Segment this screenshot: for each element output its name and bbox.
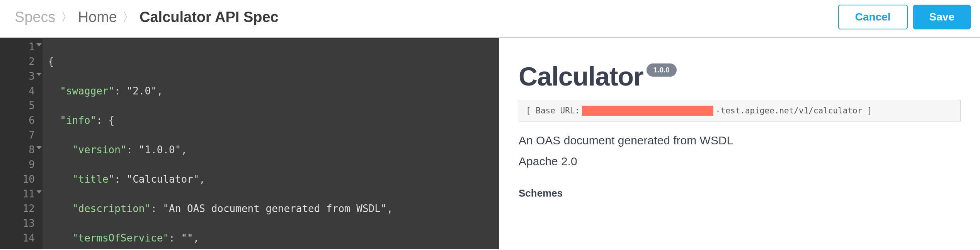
line-number: 8 [8, 142, 35, 157]
line-number: 14 [8, 231, 35, 245]
breadcrumb-current: Calculator API Spec [140, 9, 279, 26]
line-number: 13 [8, 216, 35, 231]
line-number: 9 [8, 157, 35, 172]
chevron-right-icon: 〉 [61, 9, 73, 25]
line-number: 7 [8, 128, 35, 142]
fold-icon[interactable] [36, 190, 42, 193]
save-button[interactable]: Save [913, 5, 971, 29]
line-number: 6 [8, 113, 35, 128]
api-title-row: Calculator 1.0.0 [519, 61, 961, 91]
line-number: 12 [8, 201, 35, 216]
line-number: 4 [8, 84, 35, 98]
version-badge: 1.0.0 [647, 63, 677, 77]
fold-icon[interactable] [36, 43, 42, 46]
breadcrumb: Specs 〉 Home 〉 Calculator API Spec [15, 9, 279, 26]
line-number: 1 [8, 39, 35, 54]
header-actions: Cancel Save [838, 5, 971, 29]
api-license[interactable]: Apache 2.0 [519, 155, 961, 168]
base-url-label: [ Base URL: [526, 106, 580, 115]
base-url-box: [ Base URL: -test.apigee.net/v1/calculat… [519, 100, 961, 122]
fold-icon[interactable] [36, 73, 42, 76]
code-editor[interactable]: 1 2 3 4 5 6 7 8 9 10 11 12 13 14 { "swag… [0, 38, 499, 249]
line-gutter: 1 2 3 4 5 6 7 8 9 10 11 12 13 14 [0, 38, 43, 249]
chevron-right-icon: 〉 [122, 9, 134, 25]
code-content[interactable]: { "swagger": "2.0", "info": { "version":… [43, 38, 393, 249]
line-number: 10 [8, 172, 35, 187]
line-number: 2 [8, 54, 35, 69]
fold-icon[interactable] [36, 146, 42, 149]
cancel-button[interactable]: Cancel [838, 5, 908, 29]
breadcrumb-home[interactable]: Home [78, 9, 117, 26]
header: Specs 〉 Home 〉 Calculator API Spec Cance… [0, 0, 980, 37]
api-preview: Calculator 1.0.0 [ Base URL: -test.apige… [499, 38, 980, 249]
line-number: 3 [8, 69, 35, 84]
api-description: An OAS document generated from WSDL [519, 134, 961, 147]
schemes-heading: Schemes [519, 187, 961, 199]
line-number: 5 [8, 98, 35, 113]
main-split: 1 2 3 4 5 6 7 8 9 10 11 12 13 14 { "swag… [0, 37, 980, 249]
base-url-suffix: -test.apigee.net/v1/calculator ] [716, 106, 872, 115]
line-number: 11 [8, 187, 35, 201]
api-title: Calculator [519, 61, 643, 91]
breadcrumb-specs[interactable]: Specs [15, 9, 56, 26]
redacted-host [582, 106, 713, 116]
